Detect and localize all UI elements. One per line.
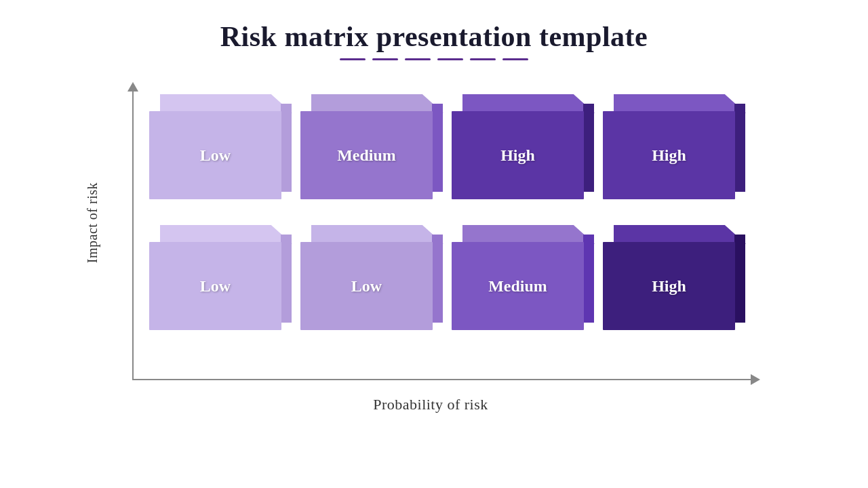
cube-right xyxy=(734,104,745,192)
cell-row1-col4: High xyxy=(603,94,745,199)
cell-label: Medium xyxy=(488,277,547,296)
cube-front: High xyxy=(603,111,735,199)
divider-dash-2 xyxy=(372,58,398,60)
cube-front: Medium xyxy=(300,111,433,199)
cell-row1-col2: Medium xyxy=(300,94,443,199)
cube-right xyxy=(583,235,594,323)
divider-dash-1 xyxy=(340,58,366,60)
matrix-grid: Low Medium High xyxy=(149,94,749,350)
cube-front: Low xyxy=(149,111,281,199)
cube-front: High xyxy=(452,111,584,199)
x-axis-arrow xyxy=(751,374,760,385)
cube-top xyxy=(160,94,292,113)
page: Risk matrix presentation template Impact… xyxy=(0,0,868,488)
cube-top xyxy=(614,225,746,244)
y-axis-label: Impact of risk xyxy=(85,182,100,263)
x-axis xyxy=(132,379,756,380)
cell-row2-col4: High xyxy=(603,225,745,330)
cube-top xyxy=(614,94,746,113)
cube-top xyxy=(311,94,443,113)
cell-row1-col3: High xyxy=(452,94,594,199)
cube-right xyxy=(432,235,443,323)
cube-right xyxy=(734,235,745,323)
divider-dash-3 xyxy=(405,58,431,60)
cell-label: High xyxy=(500,146,535,165)
cube-top xyxy=(462,225,595,244)
cube-top xyxy=(311,225,443,244)
cube-top xyxy=(462,94,595,113)
cell-row2-col2: Low xyxy=(300,225,443,330)
cube-right xyxy=(281,235,292,323)
divider-dash-6 xyxy=(502,58,528,60)
cell-row2-col3: Medium xyxy=(452,225,594,330)
cell-label: Low xyxy=(351,277,382,296)
page-title: Risk matrix presentation template xyxy=(220,20,648,53)
title-divider xyxy=(220,58,648,60)
cell-label: Low xyxy=(200,277,231,296)
divider-dash-4 xyxy=(437,58,463,60)
cell-row1-col1: Low xyxy=(149,94,292,199)
cell-row2-col1: Low xyxy=(149,225,292,330)
cell-label: High xyxy=(652,277,686,296)
cube-right xyxy=(583,104,594,192)
y-axis xyxy=(132,87,134,379)
cube-top xyxy=(160,225,292,244)
cube-front: Low xyxy=(300,242,433,330)
cell-label: Medium xyxy=(337,146,396,165)
cube-front: High xyxy=(603,242,735,330)
cell-label: Low xyxy=(200,146,231,165)
cube-front: Medium xyxy=(452,242,584,330)
x-axis-label: Probability of risk xyxy=(78,396,783,413)
chart-area: Impact of risk Probability of risk Low M… xyxy=(78,74,790,433)
cube-right xyxy=(432,104,443,192)
divider-dash-5 xyxy=(470,58,496,60)
cube-right xyxy=(281,104,292,192)
title-area: Risk matrix presentation template xyxy=(220,20,648,60)
cube-front: Low xyxy=(149,242,281,330)
cell-label: High xyxy=(652,146,686,165)
